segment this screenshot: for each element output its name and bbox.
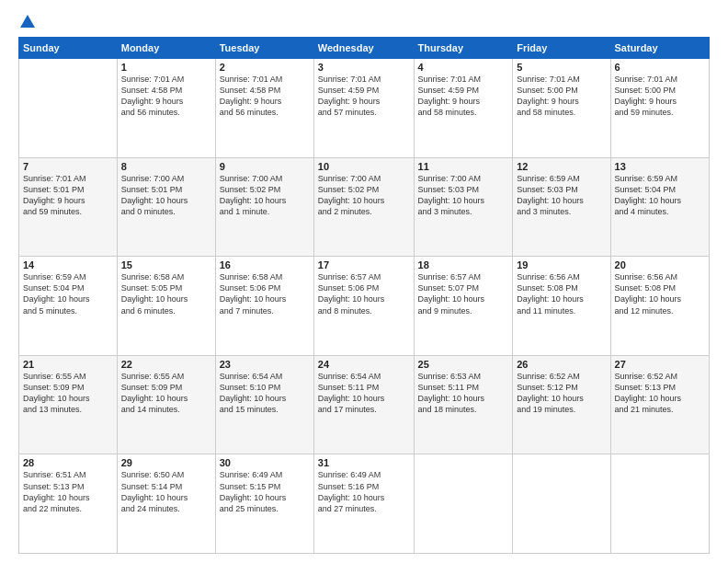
calendar-cell: 3Sunrise: 7:01 AMSunset: 4:59 PMDaylight… [313, 59, 414, 158]
calendar-cell [19, 59, 118, 158]
calendar-cell: 12Sunrise: 6:59 AMSunset: 5:03 PMDayligh… [513, 157, 610, 257]
page: SundayMondayTuesdayWednesdayThursdayFrid… [0, 0, 728, 563]
day-number: 4 [418, 62, 509, 73]
day-info: Sunrise: 6:52 AMSunset: 5:13 PMDaylight:… [615, 371, 705, 416]
calendar-cell: 7Sunrise: 7:01 AMSunset: 5:01 PMDaylight… [19, 157, 118, 257]
calendar-cell: 24Sunrise: 6:54 AMSunset: 5:11 PMDayligh… [313, 355, 414, 454]
day-number: 16 [220, 259, 310, 270]
calendar-cell: 9Sunrise: 7:00 AMSunset: 5:02 PMDaylight… [215, 157, 313, 257]
day-number: 11 [418, 161, 509, 172]
day-info: Sunrise: 6:56 AMSunset: 5:08 PMDaylight:… [517, 271, 606, 316]
weekday-header-thursday: Thursday [414, 38, 513, 59]
calendar-cell [513, 454, 610, 554]
day-number: 25 [418, 359, 509, 370]
day-info: Sunrise: 6:51 AMSunset: 5:13 PMDaylight:… [23, 469, 113, 514]
weekday-header-friday: Friday [513, 38, 610, 59]
day-info: Sunrise: 6:56 AMSunset: 5:08 PMDaylight:… [615, 271, 705, 316]
calendar-cell: 16Sunrise: 6:58 AMSunset: 5:06 PMDayligh… [215, 257, 313, 356]
day-info: Sunrise: 6:59 AMSunset: 5:04 PMDaylight:… [23, 271, 113, 316]
day-number: 29 [121, 457, 211, 468]
calendar-cell: 19Sunrise: 6:56 AMSunset: 5:08 PMDayligh… [513, 257, 610, 356]
day-info: Sunrise: 7:00 AMSunset: 5:01 PMDaylight:… [121, 173, 211, 218]
calendar-cell [414, 454, 513, 554]
logo-text [18, 15, 35, 29]
calendar-cell: 22Sunrise: 6:55 AMSunset: 5:09 PMDayligh… [117, 355, 215, 454]
calendar-cell: 26Sunrise: 6:52 AMSunset: 5:12 PMDayligh… [513, 355, 610, 454]
calendar-cell: 18Sunrise: 6:57 AMSunset: 5:07 PMDayligh… [414, 257, 513, 356]
day-info: Sunrise: 6:59 AMSunset: 5:03 PMDaylight:… [517, 173, 606, 218]
day-info: Sunrise: 6:49 AMSunset: 5:15 PMDaylight:… [220, 469, 310, 514]
calendar-week-row: 14Sunrise: 6:59 AMSunset: 5:04 PMDayligh… [19, 257, 710, 356]
logo [18, 15, 35, 29]
calendar-cell: 23Sunrise: 6:54 AMSunset: 5:10 PMDayligh… [215, 355, 313, 454]
day-info: Sunrise: 6:58 AMSunset: 5:05 PMDaylight:… [121, 271, 211, 316]
calendar-cell: 15Sunrise: 6:58 AMSunset: 5:05 PMDayligh… [117, 257, 215, 356]
logo-triangle-icon [20, 15, 35, 28]
calendar-week-row: 28Sunrise: 6:51 AMSunset: 5:13 PMDayligh… [19, 454, 710, 554]
calendar-cell: 27Sunrise: 6:52 AMSunset: 5:13 PMDayligh… [610, 355, 709, 454]
day-info: Sunrise: 7:01 AMSunset: 4:58 PMDaylight:… [220, 74, 310, 119]
day-info: Sunrise: 6:57 AMSunset: 5:06 PMDaylight:… [318, 271, 410, 316]
day-info: Sunrise: 6:52 AMSunset: 5:12 PMDaylight:… [517, 371, 606, 416]
calendar-cell: 5Sunrise: 7:01 AMSunset: 5:00 PMDaylight… [513, 59, 610, 158]
calendar-cell: 4Sunrise: 7:01 AMSunset: 4:59 PMDaylight… [414, 59, 513, 158]
day-info: Sunrise: 7:00 AMSunset: 5:02 PMDaylight:… [220, 173, 310, 218]
day-number: 7 [23, 161, 113, 172]
day-info: Sunrise: 7:01 AMSunset: 5:00 PMDaylight:… [517, 74, 606, 119]
day-info: Sunrise: 6:57 AMSunset: 5:07 PMDaylight:… [418, 271, 509, 316]
calendar-cell: 8Sunrise: 7:00 AMSunset: 5:01 PMDaylight… [117, 157, 215, 257]
calendar-cell: 11Sunrise: 7:00 AMSunset: 5:03 PMDayligh… [414, 157, 513, 257]
calendar-cell: 29Sunrise: 6:50 AMSunset: 5:14 PMDayligh… [117, 454, 215, 554]
calendar-cell: 14Sunrise: 6:59 AMSunset: 5:04 PMDayligh… [19, 257, 118, 356]
day-info: Sunrise: 7:00 AMSunset: 5:03 PMDaylight:… [418, 173, 509, 218]
calendar-cell: 6Sunrise: 7:01 AMSunset: 5:00 PMDaylight… [610, 59, 709, 158]
day-info: Sunrise: 6:54 AMSunset: 5:10 PMDaylight:… [220, 371, 310, 416]
weekday-header-tuesday: Tuesday [215, 38, 313, 59]
day-info: Sunrise: 6:55 AMSunset: 5:09 PMDaylight:… [23, 371, 113, 416]
day-number: 26 [517, 359, 606, 370]
day-number: 12 [517, 161, 606, 172]
calendar-cell: 21Sunrise: 6:55 AMSunset: 5:09 PMDayligh… [19, 355, 118, 454]
day-number: 8 [121, 161, 211, 172]
calendar-cell: 31Sunrise: 6:49 AMSunset: 5:16 PMDayligh… [313, 454, 414, 554]
day-number: 22 [121, 359, 211, 370]
day-number: 1 [121, 62, 211, 73]
header [18, 15, 710, 29]
day-number: 18 [418, 259, 509, 270]
day-number: 30 [220, 457, 310, 468]
calendar-cell: 20Sunrise: 6:56 AMSunset: 5:08 PMDayligh… [610, 257, 709, 356]
day-number: 23 [220, 359, 310, 370]
day-info: Sunrise: 7:01 AMSunset: 4:58 PMDaylight:… [121, 74, 211, 119]
day-info: Sunrise: 6:59 AMSunset: 5:04 PMDaylight:… [615, 173, 705, 218]
day-number: 2 [220, 62, 310, 73]
day-number: 13 [615, 161, 705, 172]
calendar-cell: 13Sunrise: 6:59 AMSunset: 5:04 PMDayligh… [610, 157, 709, 257]
day-info: Sunrise: 6:58 AMSunset: 5:06 PMDaylight:… [220, 271, 310, 316]
day-number: 9 [220, 161, 310, 172]
calendar-cell: 1Sunrise: 7:01 AMSunset: 4:58 PMDaylight… [117, 59, 215, 158]
calendar-cell: 28Sunrise: 6:51 AMSunset: 5:13 PMDayligh… [19, 454, 118, 554]
day-number: 31 [318, 457, 410, 468]
day-info: Sunrise: 6:49 AMSunset: 5:16 PMDaylight:… [318, 469, 410, 514]
day-number: 3 [318, 62, 410, 73]
day-number: 17 [318, 259, 410, 270]
day-number: 15 [121, 259, 211, 270]
day-number: 14 [23, 259, 113, 270]
weekday-header-wednesday: Wednesday [313, 38, 414, 59]
day-number: 27 [615, 359, 705, 370]
day-info: Sunrise: 6:50 AMSunset: 5:14 PMDaylight:… [121, 469, 211, 514]
day-info: Sunrise: 6:54 AMSunset: 5:11 PMDaylight:… [318, 371, 410, 416]
calendar-cell: 2Sunrise: 7:01 AMSunset: 4:58 PMDaylight… [215, 59, 313, 158]
day-number: 19 [517, 259, 606, 270]
day-number: 6 [615, 62, 705, 73]
day-number: 24 [318, 359, 410, 370]
weekday-header-row: SundayMondayTuesdayWednesdayThursdayFrid… [19, 38, 710, 59]
day-number: 20 [615, 259, 705, 270]
day-info: Sunrise: 6:53 AMSunset: 5:11 PMDaylight:… [418, 371, 509, 416]
day-info: Sunrise: 7:00 AMSunset: 5:02 PMDaylight:… [318, 173, 410, 218]
day-info: Sunrise: 6:55 AMSunset: 5:09 PMDaylight:… [121, 371, 211, 416]
calendar-cell: 30Sunrise: 6:49 AMSunset: 5:15 PMDayligh… [215, 454, 313, 554]
calendar-week-row: 1Sunrise: 7:01 AMSunset: 4:58 PMDaylight… [19, 59, 710, 158]
calendar-cell: 25Sunrise: 6:53 AMSunset: 5:11 PMDayligh… [414, 355, 513, 454]
day-number: 10 [318, 161, 410, 172]
